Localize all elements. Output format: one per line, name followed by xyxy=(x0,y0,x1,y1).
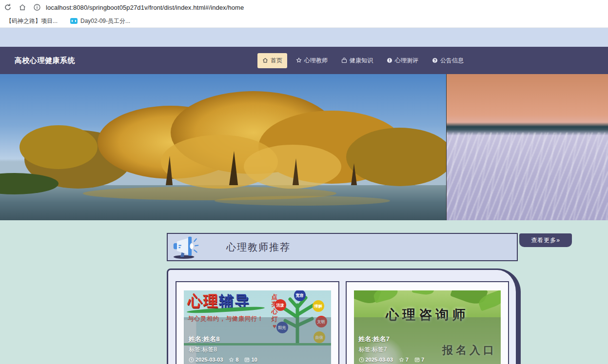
bookmark-label: 【码神之路】项目... xyxy=(6,17,58,25)
card-meta: 2025-03-03 8 10 xyxy=(189,357,326,363)
carousel-slide-sea-photo xyxy=(447,74,608,220)
page: localhost:8080/springboot05p27d1v/front/… xyxy=(0,0,608,364)
top-spacer-band xyxy=(0,28,608,47)
star-icon xyxy=(229,357,234,363)
view-count: 7 xyxy=(414,357,424,363)
bilibili-icon xyxy=(70,18,78,24)
bookmark-label: Day02-09-员工分... xyxy=(80,17,130,25)
views-icon xyxy=(244,357,250,363)
card-meta: 2025-03-03 7 7 xyxy=(359,357,496,363)
bookmarks-bar: 【码神之路】项目... Day02-09-员工分... xyxy=(0,15,608,28)
site-title: 高校心理健康系统 xyxy=(15,56,75,65)
nav-item-notices[interactable]: 公告信息 xyxy=(427,53,469,68)
star-count: 8 xyxy=(229,357,238,363)
teacher-name: 姓名:姓名8 xyxy=(189,335,326,344)
date-meta: 2025-03-03 xyxy=(359,357,393,363)
photo-text: 心理 xyxy=(188,293,219,309)
view-more-button[interactable]: 查看更多» xyxy=(519,233,572,247)
star-icon xyxy=(296,57,302,63)
carousel-slide-autumn-photo xyxy=(0,74,446,220)
teacher-name: 姓名:姓名7 xyxy=(359,335,496,344)
info-circle-icon xyxy=(387,57,392,63)
clock-icon xyxy=(359,357,364,363)
main-content: 心理教师推荐 查看更多» 心理辅导 与心灵相约，与健康同行！ 点亮心灯♥ xyxy=(0,220,608,364)
page-info-icon[interactable] xyxy=(33,3,41,11)
nav-item-home[interactable]: 首页 xyxy=(257,53,287,68)
nav-item-teachers[interactable]: 心理教师 xyxy=(291,53,333,68)
card-info-overlay: 姓名:姓名8 标签:标签8 2025-03-03 8 xyxy=(184,317,331,364)
nav-label: 健康知识 xyxy=(350,57,373,65)
section-banner: 心理教师推荐 xyxy=(167,233,518,261)
teacher-cards-container: 心理辅导 与心灵相约，与健康同行！ 点亮心灯♥ 宽容 活泼 理解 文 xyxy=(167,268,521,364)
home-icon[interactable] xyxy=(19,3,26,11)
date-meta: 2025-03-03 xyxy=(189,357,223,363)
hero-carousel[interactable] xyxy=(0,74,608,220)
bookmark-item[interactable]: Day02-09-员工分... xyxy=(70,17,130,25)
main-nav: 首页 心理教师 健康知识 心理测评 xyxy=(257,47,469,74)
view-count: 10 xyxy=(244,357,257,363)
views-icon xyxy=(414,357,420,363)
teacher-tag: 标签:标签8 xyxy=(189,345,326,354)
section-title: 心理教师推荐 xyxy=(226,241,291,254)
browser-toolbar: localhost:8080/springboot05p27d1v/front/… xyxy=(0,0,608,15)
nav-label: 首页 xyxy=(271,57,282,65)
url-bar[interactable]: localhost:8080/springboot05p27d1v/front/… xyxy=(33,3,244,11)
star-icon xyxy=(399,357,404,363)
site-header: 高校心理健康系统 首页 心理教师 健康知识 xyxy=(0,47,608,74)
sea-waves xyxy=(447,133,608,220)
nav-item-knowledge[interactable]: 健康知识 xyxy=(336,53,378,68)
nav-label: 心理测评 xyxy=(395,57,418,65)
nav-label: 公告信息 xyxy=(440,57,464,65)
teacher-card-photo: 心理辅导 与心灵相约，与健康同行！ 点亮心灯♥ 宽容 活泼 理解 文 xyxy=(184,290,331,364)
nav-label: 心理教师 xyxy=(304,57,328,65)
bookmark-item[interactable]: 【码神之路】项目... xyxy=(6,17,58,25)
teacher-card[interactable]: 心理辅导 与心灵相约，与健康同行！ 点亮心灯♥ 宽容 活泼 理解 文 xyxy=(176,281,339,364)
teacher-tag: 标签:标签7 xyxy=(359,345,496,354)
url-text[interactable]: localhost:8080/springboot05p27d1v/front/… xyxy=(46,4,244,11)
bag-icon xyxy=(341,57,347,63)
nav-item-tests[interactable]: 心理测评 xyxy=(382,53,423,68)
star-count: 7 xyxy=(399,357,409,363)
clock-icon xyxy=(189,357,194,363)
teacher-card-photo: 心理咨询师 报名入口 姓名:姓名7 标签:标签7 2025-03-03 xyxy=(354,290,501,364)
megaphone-icon xyxy=(169,234,199,260)
question-circle-icon xyxy=(432,57,438,63)
reload-icon[interactable] xyxy=(4,3,12,11)
home-icon xyxy=(262,57,268,63)
teacher-card[interactable]: 心理咨询师 报名入口 姓名:姓名7 标签:标签7 2025-03-03 xyxy=(346,281,510,364)
card-info-overlay: 姓名:姓名7 标签:标签7 2025-03-03 7 xyxy=(354,317,501,364)
